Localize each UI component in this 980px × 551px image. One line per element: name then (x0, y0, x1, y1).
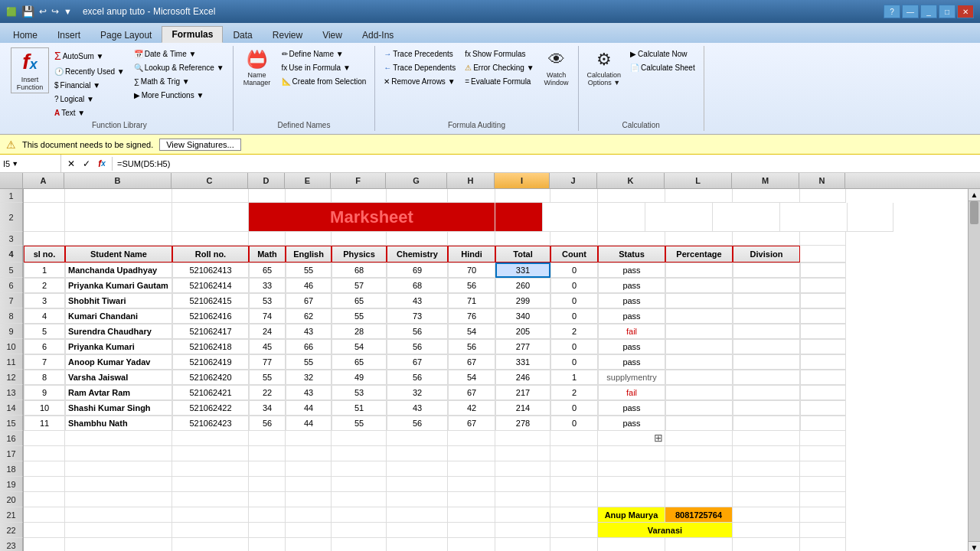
cell-sl-2[interactable]: 3 (24, 293, 65, 308)
cell-hindi-10[interactable]: 67 (448, 416, 495, 431)
cell-english-0[interactable]: 55 (286, 262, 332, 278)
col-header-N[interactable]: N (799, 173, 845, 188)
cell-extra-7[interactable] (800, 370, 846, 385)
cell-physics-10[interactable]: 55 (332, 416, 387, 431)
cell-N4[interactable] (800, 246, 846, 262)
cell-div-9[interactable] (733, 400, 800, 416)
cell-I1[interactable] (495, 189, 550, 203)
cell-G1[interactable] (387, 189, 448, 203)
cell-english-8[interactable]: 43 (286, 385, 332, 400)
cell-roll-5[interactable]: 521062418 (172, 339, 249, 354)
cell-count-6[interactable]: 0 (550, 354, 598, 370)
cell-physics-0[interactable]: 68 (332, 262, 387, 278)
cell-physics-5[interactable]: 54 (332, 339, 387, 354)
lookup-reference-button[interactable]: 🔍 Lookup & Reference ▼ (130, 61, 228, 74)
trace-precedents-button[interactable]: → Trace Precedents (380, 47, 459, 60)
cell-chemistry-0[interactable]: 69 (387, 262, 448, 278)
tab-formulas[interactable]: Formulas (162, 26, 223, 43)
cell-name-9[interactable]: Shashi Kumar Singh (65, 400, 172, 416)
cell-J3[interactable] (550, 232, 598, 246)
cell-L1[interactable] (665, 189, 733, 203)
cell-K1[interactable] (598, 189, 665, 203)
cell-C3[interactable] (172, 232, 249, 246)
cell-physics-2[interactable]: 65 (332, 293, 387, 308)
footer-city[interactable]: Varanasi (598, 523, 733, 538)
name-manager-button[interactable]: 📛 NameManager (238, 47, 276, 89)
row-header-22[interactable]: 22 (0, 523, 23, 538)
cell-count-8[interactable]: 2 (550, 385, 598, 400)
row-header-13[interactable]: 13 (0, 385, 23, 400)
cell-sl-6[interactable]: 7 (24, 354, 65, 370)
cell-name-4[interactable]: Surendra Chaudhary (65, 324, 172, 339)
cell-total-1[interactable]: 260 (495, 278, 550, 293)
cell-name-6[interactable]: Anoop Kumar Yadav (65, 354, 172, 370)
cell-name-5[interactable]: Priyanka Kumari (65, 339, 172, 354)
cell-name-3[interactable]: Kumari Chandani (65, 308, 172, 324)
cell-sl-9[interactable]: 10 (24, 400, 65, 416)
cell-pct-8[interactable] (665, 385, 733, 400)
cell-div-8[interactable] (733, 385, 800, 400)
cell-chemistry-6[interactable]: 67 (387, 354, 448, 370)
cell-div-2[interactable] (733, 293, 800, 308)
cell-hindi-1[interactable]: 56 (448, 278, 495, 293)
evaluate-formula-button[interactable]: = Evaluate Formula (461, 75, 537, 88)
scroll-track[interactable] (969, 201, 980, 541)
cell-count-7[interactable]: 1 (550, 370, 598, 385)
cell-roll-8[interactable]: 521062421 (172, 385, 249, 400)
footer-name[interactable]: Anup Maurya (598, 507, 665, 523)
header-slno[interactable]: sl no. (24, 246, 65, 262)
cell-pct-1[interactable] (665, 278, 733, 293)
scroll-down-button[interactable]: ▼ (969, 541, 980, 551)
cell-A3[interactable] (24, 232, 65, 246)
tab-add-ins[interactable]: Add-Ins (352, 26, 403, 43)
row-header-6[interactable]: 6 (0, 278, 23, 293)
cell-status-6[interactable]: pass (598, 354, 665, 370)
row-header-18[interactable]: 18 (0, 461, 23, 477)
cell-english-1[interactable]: 46 (286, 278, 332, 293)
row-header-9[interactable]: 9 (0, 324, 23, 339)
cell-status-5[interactable]: pass (598, 339, 665, 354)
cell-J2[interactable] (598, 203, 645, 232)
cell-english-5[interactable]: 66 (286, 339, 332, 354)
cell-math-6[interactable]: 77 (249, 354, 286, 370)
cell-extra-4[interactable] (800, 324, 846, 339)
header-chemistry[interactable]: Chemistry (387, 246, 448, 262)
cell-total-7[interactable]: 246 (495, 370, 550, 385)
header-count[interactable]: Count (550, 246, 598, 262)
ribbon-toggle[interactable]: — (902, 5, 919, 18)
cell-F1[interactable] (332, 189, 387, 203)
cell-math-9[interactable]: 34 (249, 400, 286, 416)
insert-function-button[interactable]: fx InsertFunction (11, 47, 49, 93)
cell-E3[interactable] (286, 232, 332, 246)
col-header-A[interactable]: A (23, 173, 64, 188)
header-english[interactable]: English (286, 246, 332, 262)
cell-div-0[interactable] (733, 262, 800, 278)
cell-total-3[interactable]: 340 (495, 308, 550, 324)
row-header-4[interactable]: 4 (0, 246, 23, 262)
maximize-button[interactable]: □ (939, 5, 956, 18)
cell-count-10[interactable]: 0 (550, 416, 598, 431)
row-header-11[interactable]: 11 (0, 354, 23, 370)
tab-page-layout[interactable]: Page Layout (90, 26, 162, 43)
cell-roll-7[interactable]: 521062420 (172, 370, 249, 385)
cell-physics-9[interactable]: 51 (332, 400, 387, 416)
row-header-5[interactable]: 5 (0, 262, 23, 278)
cell-physics-7[interactable]: 49 (332, 370, 387, 385)
cell-name-10[interactable]: Shambhu Nath (65, 416, 172, 431)
cell-pct-6[interactable] (665, 354, 733, 370)
date-time-button[interactable]: 📅 Date & Time ▼ (130, 47, 228, 60)
cell-status-9[interactable]: pass (598, 400, 665, 416)
cell-name-8[interactable]: Ram Avtar Ram (65, 385, 172, 400)
math-trig-button[interactable]: ∑ Math & Trig ▼ (130, 75, 228, 88)
header-math[interactable]: Math (249, 246, 286, 262)
help-button[interactable]: ? (884, 5, 900, 18)
cell-hindi-2[interactable]: 71 (448, 293, 495, 308)
create-from-selection-button[interactable]: 📐 Create from Selection (278, 75, 371, 88)
col-header-M[interactable]: M (732, 173, 799, 188)
cell-status-7[interactable]: supplymentry (598, 370, 665, 385)
cell-I2[interactable] (543, 203, 598, 232)
cell-E1[interactable] (286, 189, 332, 203)
header-physics[interactable]: Physics (332, 246, 387, 262)
watch-window-button[interactable]: 👁 WatchWindow (540, 47, 573, 89)
cell-B2[interactable] (65, 203, 172, 232)
